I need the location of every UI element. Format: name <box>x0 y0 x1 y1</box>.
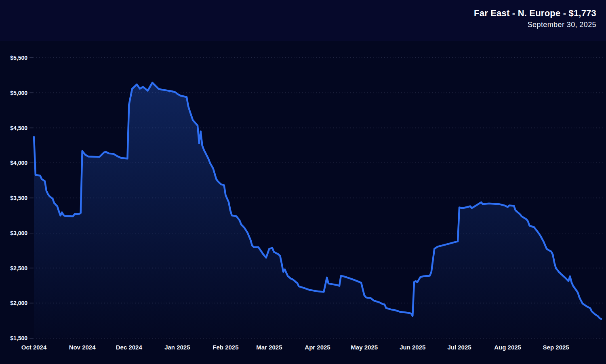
x-tick-label: Dec 2024 <box>116 344 143 351</box>
x-tick-label: Oct 2024 <box>21 344 47 351</box>
chart-header: Far East - N. Europe - $1,773 September … <box>0 0 606 41</box>
chart-title: Far East - N. Europe - $1,773 <box>474 8 596 19</box>
y-tick-label: $5,500 <box>10 55 27 61</box>
y-tick-label: $4,500 <box>10 125 27 131</box>
x-tick-label: Jan 2025 <box>164 344 190 351</box>
x-tick-label: Feb 2025 <box>213 344 238 351</box>
x-tick-label: Aug 2025 <box>494 344 521 351</box>
y-tick-label: $5,000 <box>10 90 27 96</box>
x-tick-label: Jun 2025 <box>400 344 425 351</box>
x-tick-label: Mar 2025 <box>256 344 282 351</box>
freight-rate-chart-app: Far East - N. Europe - $1,773 September … <box>0 0 606 364</box>
chart-date: September 30, 2025 <box>474 21 596 29</box>
y-tick-label: $2,500 <box>10 265 27 271</box>
chart-area: $5,500$5,000$4,500$4,000$3,500$3,000$2,5… <box>0 42 606 364</box>
y-tick-label: $1,500 <box>10 335 27 341</box>
y-tick-label: $3,500 <box>10 195 27 201</box>
y-tick-label: $2,000 <box>10 300 27 306</box>
chart-header-text: Far East - N. Europe - $1,773 September … <box>474 8 596 29</box>
x-tick-label: Apr 2025 <box>305 344 330 351</box>
rate-line-chart: $5,500$5,000$4,500$4,000$3,500$3,000$2,5… <box>0 42 606 364</box>
y-tick-label: $4,000 <box>10 160 27 166</box>
x-tick-label: Nov 2024 <box>69 344 96 351</box>
y-tick-label: $3,000 <box>10 230 27 236</box>
x-tick-label: Sep 2025 <box>543 344 569 351</box>
x-tick-label: May 2025 <box>351 344 378 351</box>
x-tick-label: Jul 2025 <box>447 344 471 351</box>
